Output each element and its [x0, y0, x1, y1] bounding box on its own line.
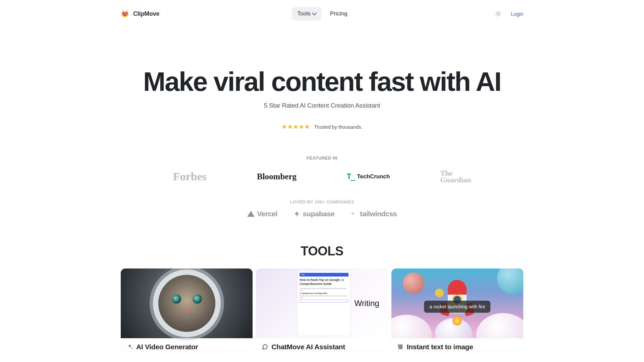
tailwind-wave-icon: [351, 210, 357, 217]
trust-row: ★ ★ ★ ★ ★ Trusted by thousands.: [121, 123, 523, 130]
logo-vercel: Vercel: [247, 210, 277, 218]
cat-astronaut-illustration: [158, 275, 215, 332]
tool-preview: a rocket launching with fire: [391, 268, 523, 338]
tool-preview: [121, 268, 253, 338]
nav-tools-dropdown[interactable]: Tools: [292, 7, 321, 20]
logo-supabase: supabase: [293, 210, 334, 218]
featured-in: FEATURED IN Forbes Bloomberg T_ TechCrun…: [121, 156, 523, 183]
company-name: Vercel: [257, 210, 277, 218]
chat-icon: [262, 344, 268, 350]
svg-line-4: [500, 15, 500, 16]
login-link[interactable]: Login: [511, 11, 523, 17]
header-right: Login: [495, 10, 523, 17]
tool-card-chat-assistant[interactable]: Chat How to Rank Top on Google: A Compre…: [256, 268, 388, 351]
prompt-overlay: a rocket launching with fire: [424, 301, 490, 313]
star-icon: ★: [282, 123, 287, 130]
logo-bloomberg: Bloomberg: [257, 172, 297, 181]
loved-by-companies: LOVED BY 100+ COMPANIES Vercel supabase …: [121, 199, 523, 218]
tool-preview: Chat How to Rank Top on Google: A Compre…: [256, 268, 388, 338]
tool-title: Instant text to image: [407, 343, 473, 351]
main-nav: Tools Pricing: [292, 7, 352, 20]
featured-label: FEATURED IN: [121, 156, 523, 161]
writing-label: Writing: [354, 299, 379, 308]
text-image-icon: [397, 344, 404, 350]
hero: Make viral content fast with AI 5 Star R…: [121, 68, 523, 130]
company-name: supabase: [303, 210, 334, 218]
cloud-icon: [476, 313, 523, 338]
brand-name: ClipMove: [133, 10, 159, 17]
trust-text: Trusted by thousands.: [314, 124, 363, 130]
chevron-down-icon: [312, 11, 317, 15]
logo-techcrunch: T_ TechCrunch: [347, 172, 390, 181]
tool-title: ChatMove AI Assistant: [271, 343, 345, 351]
cloud-icon: [391, 315, 432, 338]
techcrunch-text: TechCrunch: [357, 173, 390, 180]
header: 😻 ClipMove Tools Pricing Login: [121, 0, 523, 27]
tool-title: AI Video Generator: [136, 343, 198, 351]
star-icon: ★: [305, 123, 310, 130]
panel-sub: 1. Optimize for On-Page SEO: [300, 292, 348, 295]
logo-tailwindcss: tailwindcss: [351, 210, 397, 218]
tool-grid: AI Video Generator Chat How to Rank Top …: [121, 268, 523, 351]
press-logos: Forbes Bloomberg T_ TechCrunch The Guard…: [121, 170, 523, 183]
sparkle-icon: [127, 344, 133, 350]
writing-panel-mock: Chat How to Rank Top on Google: A Compre…: [297, 270, 351, 336]
logo-guardian: The Guardian: [440, 170, 471, 183]
techcrunch-mark-icon: T_: [347, 172, 355, 181]
planet-icon: [497, 268, 523, 295]
planet-icon: [435, 289, 444, 297]
supabase-bolt-icon: [293, 210, 300, 217]
nav-pricing-link[interactable]: Pricing: [325, 7, 352, 20]
brand[interactable]: 😻 ClipMove: [121, 10, 159, 18]
theme-toggle-icon[interactable]: [495, 10, 501, 17]
tool-card-text-to-image[interactable]: a rocket launching with fire Instant tex…: [391, 268, 523, 351]
star-icon: ★: [299, 123, 304, 130]
star-icon: ★: [287, 123, 292, 130]
guardian-line2: Guardian: [440, 177, 471, 183]
brand-icon: 😻: [121, 10, 129, 18]
company-logos: Vercel supabase tailwindcss: [121, 210, 523, 218]
nav-tools-label: Tools: [297, 10, 311, 17]
tool-card-video-generator[interactable]: AI Video Generator: [121, 268, 253, 351]
company-name: tailwindcss: [360, 210, 397, 218]
star-rating: ★ ★ ★ ★ ★: [282, 123, 310, 130]
planet-icon: [403, 273, 424, 294]
hero-headline: Make viral content fast with AI: [121, 68, 523, 96]
svg-line-8: [500, 12, 500, 12]
svg-point-0: [497, 13, 499, 15]
panel-tag: Chat: [300, 273, 348, 277]
logo-forbes: Forbes: [173, 170, 207, 183]
star-icon: ★: [293, 123, 298, 130]
svg-line-3: [496, 12, 496, 12]
panel-headline: How to Rank Top on Google: A Comprehensi…: [300, 278, 348, 286]
hero-subheadline: 5 Star Rated AI Content Creation Assista…: [121, 102, 523, 109]
tools-heading: TOOLS: [121, 244, 523, 258]
tools-section: TOOLS AI Video Generator Chat How to: [121, 244, 523, 351]
vercel-triangle-icon: [247, 211, 255, 217]
svg-line-7: [496, 15, 496, 16]
companies-label: LOVED BY 100+ COMPANIES: [121, 199, 523, 204]
